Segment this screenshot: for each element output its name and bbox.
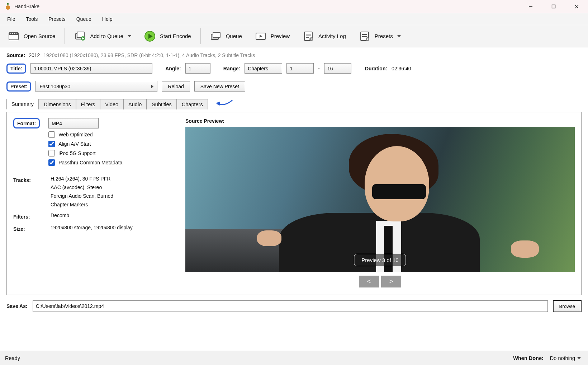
- activity-log-icon: [303, 31, 314, 42]
- svg-point-8: [12, 33, 13, 34]
- queue-button[interactable]: Queue: [205, 28, 247, 44]
- preview-next-button[interactable]: >: [381, 276, 401, 287]
- preset-picker[interactable]: Fast 1080p30: [35, 81, 157, 92]
- title-select[interactable]: 1 00001.MPLS (02:36:39): [30, 63, 152, 74]
- preview-button[interactable]: Preview: [250, 28, 295, 44]
- browse-button[interactable]: Browse: [553, 300, 582, 312]
- format-select[interactable]: MP4: [48, 118, 99, 128]
- start-encode-label: Start Encode: [160, 33, 191, 39]
- align-av-checkbox[interactable]: Align A/V Start: [48, 141, 171, 147]
- tab-video[interactable]: Video: [100, 99, 123, 109]
- menu-tools[interactable]: Tools: [21, 15, 43, 23]
- annotation-arrow-icon: [215, 99, 233, 109]
- ipod-checkbox[interactable]: iPod 5G Support: [48, 150, 171, 156]
- queue-label: Queue: [226, 33, 242, 39]
- preview-counter-badge: Preview 3 of 10: [354, 254, 406, 266]
- save-as-label: Save As:: [6, 303, 28, 309]
- svg-point-10: [16, 33, 17, 34]
- size-label: Size:: [13, 225, 42, 232]
- play-icon: [144, 31, 156, 42]
- maximize-button[interactable]: [544, 0, 564, 13]
- menu-queue[interactable]: Queue: [71, 15, 96, 23]
- preset-row: Preset: Fast 1080p30 Reload Save New Pre…: [6, 81, 582, 92]
- menu-presets[interactable]: Presets: [43, 15, 70, 23]
- chevron-down-icon: [128, 35, 131, 37]
- angle-select[interactable]: 1: [185, 63, 210, 74]
- save-as-row: Save As: Browse: [0, 300, 588, 312]
- duration-value: 02:36:40: [392, 66, 411, 71]
- angle-label: Angle:: [165, 66, 181, 71]
- app-icon: [4, 3, 11, 10]
- filters-label: Filters:: [13, 212, 42, 220]
- add-to-queue-button[interactable]: Add to Queue: [69, 28, 136, 44]
- reload-button[interactable]: Reload: [162, 81, 190, 92]
- menu-help[interactable]: Help: [97, 15, 118, 23]
- open-source-label: Open Source: [24, 33, 55, 39]
- svg-marker-30: [216, 102, 220, 106]
- tab-panel-summary: Format: MP4 Web Optimized Align A/V Star…: [6, 112, 582, 295]
- tab-audio[interactable]: Audio: [123, 99, 147, 109]
- toolbar: Open Source Add to Queue Start Encode Qu…: [0, 25, 588, 47]
- range-to-select[interactable]: 16: [324, 63, 351, 74]
- close-button[interactable]: [566, 0, 587, 13]
- presets-button[interactable]: Presets: [354, 28, 406, 44]
- size-value: 1920x800 storage, 1920x800 display: [51, 225, 171, 230]
- source-preview-label: Source Preview:: [185, 118, 575, 124]
- preview-icon: [255, 31, 266, 42]
- tab-summary[interactable]: Summary: [6, 99, 39, 109]
- svg-rect-17: [213, 32, 220, 38]
- range-from-select[interactable]: 1: [286, 63, 314, 74]
- svg-point-7: [10, 33, 11, 34]
- chevron-down-icon: [397, 35, 401, 37]
- open-source-icon: [8, 31, 19, 42]
- save-new-preset-button[interactable]: Save New Preset: [194, 81, 245, 92]
- toolbar-separator: [200, 28, 201, 44]
- tab-chapters[interactable]: Chapters: [177, 99, 208, 109]
- range-dash: -: [318, 66, 320, 71]
- minimize-button[interactable]: [521, 0, 541, 13]
- presets-label: Presets: [375, 33, 393, 39]
- passthru-checkbox[interactable]: Passthru Common Metadata: [48, 159, 171, 166]
- preview-label: Preview: [271, 33, 290, 39]
- toolbar-separator: [65, 28, 65, 44]
- source-meta: 1920x1080 (1920x1080), 23.98 FPS, SDR (8…: [43, 52, 255, 58]
- open-source-button[interactable]: Open Source: [3, 28, 60, 44]
- duration-label: Duration:: [365, 66, 387, 71]
- tab-subtitles[interactable]: Subtitles: [147, 99, 177, 109]
- web-optimized-checkbox[interactable]: Web Optimized: [48, 131, 171, 138]
- activity-log-button[interactable]: Activity Log: [298, 28, 351, 44]
- save-as-input[interactable]: [33, 300, 548, 312]
- svg-point-29: [367, 38, 368, 40]
- status-text: Ready: [5, 355, 20, 361]
- source-label: Source:: [6, 52, 25, 58]
- statusbar: Ready When Done: Do nothing: [0, 351, 588, 365]
- tracks-label: Tracks:: [13, 176, 42, 183]
- svg-rect-2: [552, 5, 555, 8]
- when-done-select[interactable]: Do nothing: [548, 354, 583, 362]
- when-done-label: When Done:: [513, 355, 544, 361]
- preview-prev-button[interactable]: <: [359, 276, 379, 287]
- start-encode-button[interactable]: Start Encode: [139, 28, 196, 44]
- tabstrip: Summary Dimensions Filters Video Audio S…: [6, 98, 582, 109]
- range-type-select[interactable]: Chapters: [245, 63, 282, 74]
- track-line: AAC (avcodec), Stereo: [51, 184, 171, 190]
- title-label: Title:: [6, 64, 26, 74]
- activity-log-label: Activity Log: [318, 33, 346, 39]
- preset-label: Preset:: [6, 81, 31, 92]
- preset-value: Fast 1080p30: [39, 84, 70, 89]
- track-line: H.264 (x264), 30 FPS PFR: [51, 176, 171, 182]
- titlebar: HandBrake: [0, 0, 588, 13]
- menubar: File Tools Presets Queue Help: [0, 13, 588, 25]
- source-preview-image: Preview 3 of 10: [185, 127, 575, 272]
- source-name: 2012: [29, 52, 40, 58]
- range-label: Range:: [223, 66, 240, 71]
- menu-file[interactable]: File: [2, 15, 20, 23]
- track-line: Foreign Audio Scan, Burned: [51, 193, 171, 199]
- tab-dimensions[interactable]: Dimensions: [39, 99, 76, 109]
- add-to-queue-label: Add to Queue: [90, 33, 123, 39]
- tab-filters[interactable]: Filters: [76, 99, 100, 109]
- presets-icon: [359, 31, 370, 42]
- svg-point-0: [6, 5, 10, 10]
- format-label: Format:: [13, 118, 40, 128]
- chevron-right-icon: [151, 85, 153, 88]
